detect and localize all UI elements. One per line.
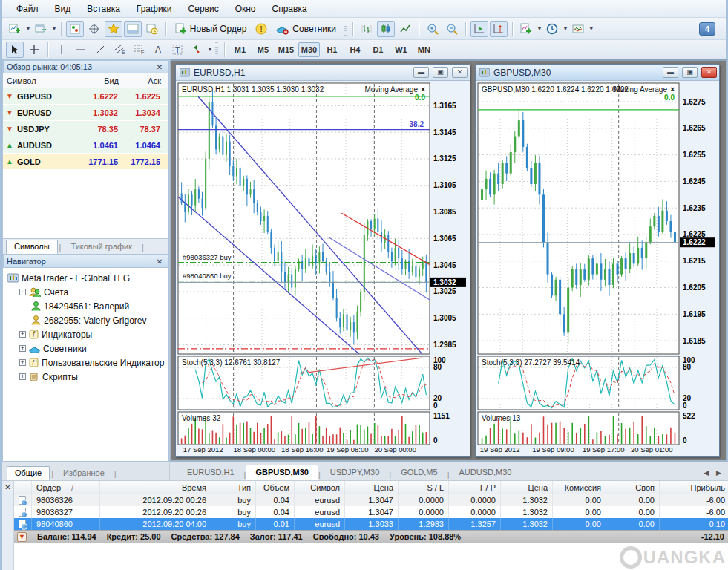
templates-button[interactable]: [569, 21, 587, 37]
periods-caret[interactable]: ▼: [563, 25, 568, 32]
strategy-tester-button[interactable]: [143, 21, 161, 37]
arrows-caret[interactable]: ▼: [207, 46, 213, 53]
crosshair-button[interactable]: [25, 42, 43, 58]
candlestick-button[interactable]: [377, 21, 395, 37]
tab-scroll-right-icon[interactable]: ▶: [716, 469, 721, 476]
terminal-col-3[interactable]: Объём: [256, 481, 295, 494]
terminal-col-6[interactable]: S / L: [399, 481, 449, 494]
minimize-button[interactable]: ▬: [413, 67, 429, 78]
terminal-close-icon[interactable]: ✕: [4, 483, 10, 491]
arrows-button[interactable]: [188, 42, 206, 58]
chart-window-eurusd[interactable]: EURUSD,H1 ▬ ▣ ✕ 1.31651.31451.31251.3105…: [175, 64, 470, 457]
timeframe-mn[interactable]: MN: [413, 42, 435, 57]
chart-canvas[interactable]: 1.31651.31451.31251.31051.30851.30651.30…: [176, 81, 470, 456]
zoom-out-button[interactable]: [443, 21, 461, 37]
menu-item-1[interactable]: Вид: [47, 1, 79, 16]
market-watch-row-gbpusd[interactable]: ▼GBPUSD1.62221.6225: [3, 88, 168, 105]
expand-icon[interactable]: +: [19, 359, 26, 366]
data-window-button[interactable]: [85, 21, 103, 37]
chart-tab-gold-m5[interactable]: GOLD,M5: [391, 465, 447, 480]
vline-button[interactable]: [53, 42, 70, 58]
market-watch-tab-1[interactable]: Тиковый график: [62, 240, 140, 254]
expand-icon[interactable]: +: [19, 331, 26, 338]
tree-item-0[interactable]: MetaTrader - E-Global TFG: [4, 271, 167, 285]
menu-item-5[interactable]: Окно: [227, 1, 264, 16]
line-chart-button[interactable]: [396, 21, 414, 37]
comments-badge[interactable]: 4: [699, 22, 715, 36]
zoom-in-button[interactable]: [424, 21, 442, 37]
chart-tab-usdjpy-m30[interactable]: USDJPY,M30: [321, 465, 389, 480]
timeframe-d1[interactable]: D1: [367, 42, 389, 57]
timeframe-h1[interactable]: H1: [321, 42, 343, 57]
tree-item-5[interactable]: +Советники: [4, 341, 167, 356]
tree-item-7[interactable]: +Скрипты: [4, 370, 167, 384]
templates-caret[interactable]: ▼: [588, 25, 594, 32]
expand-icon[interactable]: +: [19, 345, 26, 352]
close-button[interactable]: ✕: [701, 67, 717, 78]
terminal-col-1[interactable]: Время: [100, 481, 211, 494]
timeframe-h4[interactable]: H4: [344, 42, 366, 57]
menu-item-3[interactable]: Графики: [128, 1, 180, 16]
restore-button[interactable]: ▣: [433, 67, 448, 78]
timeframe-m1[interactable]: M1: [229, 42, 251, 57]
periods-button[interactable]: [543, 21, 561, 37]
terminal-col-0[interactable]: Ордер/: [32, 481, 100, 494]
market-watch-row-usdjpy[interactable]: ▼USDJPY78.3578.37: [3, 121, 168, 137]
market-watch-close-icon[interactable]: ✕: [154, 63, 165, 71]
fibonacci-button[interactable]: F: [130, 42, 148, 58]
cursor-button[interactable]: [6, 42, 24, 58]
restore-button[interactable]: ▣: [682, 67, 698, 78]
close-button[interactable]: ✕: [452, 67, 468, 78]
col-ask[interactable]: Аск: [122, 76, 165, 85]
market-watch-toggle[interactable]: [66, 21, 84, 37]
text-label-button[interactable]: T: [168, 42, 186, 58]
remove-indicator-icon[interactable]: ×: [421, 85, 425, 94]
terminal-col-10[interactable]: Своп: [606, 481, 660, 494]
text-button[interactable]: A: [149, 42, 167, 58]
menu-item-0[interactable]: Файл: [8, 1, 47, 16]
timeframe-m15[interactable]: M15: [275, 42, 297, 57]
terminal-col-11[interactable]: Прибыль: [660, 481, 728, 494]
collapse-icon[interactable]: −: [19, 289, 26, 295]
navigator-close-icon[interactable]: ✕: [154, 258, 165, 266]
market-watch-row-gold[interactable]: ▲GOLD1771.151772.15: [3, 154, 168, 170]
tree-item-2[interactable]: 184294561: Валерий: [4, 299, 167, 313]
expand-icon[interactable]: +: [19, 373, 26, 380]
terminal-col-5[interactable]: Цена: [345, 481, 399, 494]
terminal-col-4[interactable]: Символ: [295, 481, 345, 494]
expert-advisors-button[interactable]: Советники: [271, 21, 341, 37]
navigator-tab-0[interactable]: Общие: [7, 466, 50, 480]
chart-window-titlebar[interactable]: EURUSD,H1 ▬ ▣ ✕: [176, 65, 470, 81]
navigator-toggle[interactable]: [105, 21, 122, 37]
new-chart-caret[interactable]: ▼: [25, 25, 31, 32]
navigator-tab-1[interactable]: Избранное: [55, 466, 113, 480]
indicators-caret[interactable]: ▼: [537, 25, 542, 32]
menu-item-6[interactable]: Справка: [264, 1, 315, 16]
market-watch-row-audusd[interactable]: ▲AUDUSD1.04611.0464: [3, 137, 168, 154]
order-row-98040860[interactable]: 980408602012.09.20 04:00buy0.01eurusd1.3…: [14, 518, 728, 530]
timeframe-m5[interactable]: M5: [252, 42, 274, 57]
autoscroll-button[interactable]: [470, 21, 488, 37]
minimize-button[interactable]: ▬: [663, 67, 678, 78]
menu-item-4[interactable]: Сервис: [180, 1, 227, 16]
new-chart-button[interactable]: [6, 21, 24, 37]
tree-item-3[interactable]: 2682955: Valeriy Grigorev: [4, 313, 167, 327]
col-symbol[interactable]: Символ: [3, 76, 80, 85]
remove-indicator-icon[interactable]: ×: [670, 85, 675, 94]
tree-item-4[interactable]: +fИндикаторы: [4, 327, 167, 341]
new-order-button[interactable]: Новый Ордер: [170, 21, 252, 37]
trendline-button[interactable]: [91, 42, 109, 58]
channel-button[interactable]: E: [111, 42, 128, 58]
tree-item-6[interactable]: +f+Пользовательские Индикатор: [4, 356, 167, 370]
timeframe-w1[interactable]: W1: [390, 42, 412, 57]
chart-tab-gbpusd-m30[interactable]: GBPUSD,M30: [246, 465, 318, 480]
profiles-caret[interactable]: ▼: [51, 25, 57, 32]
terminal-toggle[interactable]: [124, 21, 142, 37]
chart-window-titlebar[interactable]: GBPUSD,M30 ▬ ▣ ✕: [476, 65, 719, 81]
chart-tab-eurusd-h1[interactable]: EURUSD,H1: [177, 465, 244, 480]
chart-canvas[interactable]: 1.62751.62651.62551.62451.62351.62251.62…: [476, 81, 719, 456]
order-row-98036327[interactable]: 980363272012.09.20 00:26buy0.04eurusd1.3…: [14, 506, 728, 518]
alert-icon[interactable]: !: [252, 21, 270, 37]
chart-shift-button[interactable]: [490, 21, 508, 37]
bar-chart-button[interactable]: [358, 21, 376, 37]
